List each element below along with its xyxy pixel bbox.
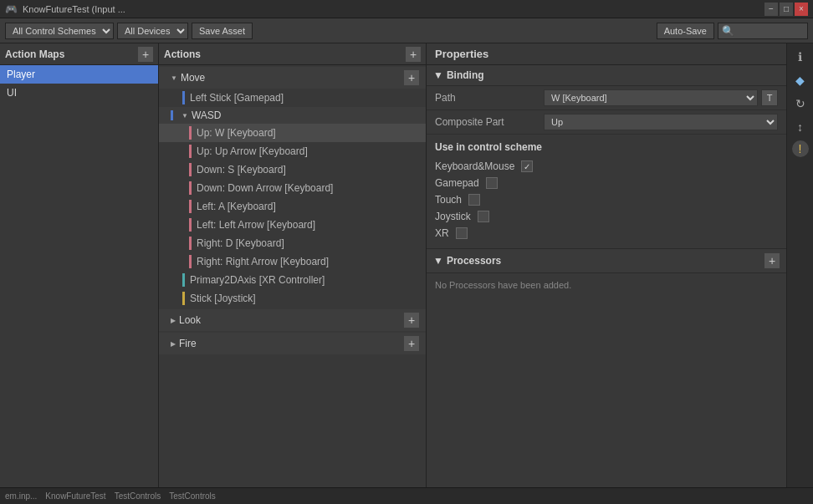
action-maps-title: Action Maps	[5, 48, 64, 60]
bottom-item-3: TestControls	[115, 491, 161, 501]
maximize-button[interactable]: □	[780, 3, 793, 16]
bottom-bar: em.inp... KnowFutureTest TestControls Te…	[0, 487, 813, 504]
bottom-item-4: TestControls	[169, 491, 216, 501]
warning-icon[interactable]: !	[792, 140, 809, 157]
binding-primary2daxis[interactable]: Primary2DAxis [XR Controller]	[159, 271, 426, 289]
add-processor-button[interactable]: +	[764, 253, 780, 268]
composite-part-select[interactable]: Up	[544, 114, 778, 130]
path-select[interactable]: W [Keyboard]	[544, 89, 758, 106]
close-button[interactable]: ×	[795, 3, 808, 16]
use-control-scheme-section: Use in control scheme Keyboard&Mouse ✓ G…	[427, 135, 786, 248]
actions-header: Actions +	[159, 43, 426, 65]
scheme-touch-checkbox[interactable]	[468, 194, 480, 206]
blue-bar	[182, 91, 185, 104]
right-arrow-label: Right: Right Arrow [Keyboard]	[197, 256, 329, 267]
path-row: Path W [Keyboard] T	[427, 86, 786, 110]
composite-part-row: Composite Part Up	[427, 110, 786, 135]
wasd-group-header[interactable]: ▼ WASD	[159, 107, 426, 124]
binding-section-header: ▼ Binding	[427, 65, 786, 86]
binding-down-arrow[interactable]: Down: Down Arrow [Keyboard]	[159, 179, 426, 197]
add-action-map-button[interactable]: +	[138, 47, 153, 62]
actions-title: Actions	[164, 48, 201, 60]
path-value: W [Keyboard] T	[544, 89, 778, 106]
path-label: Path	[435, 92, 544, 104]
action-map-item-player[interactable]: Player	[0, 65, 158, 84]
primary2daxis-label: Primary2DAxis [XR Controller]	[190, 274, 325, 286]
left-a-label: Left: A [Keyboard]	[197, 201, 276, 212]
teal-bar	[182, 273, 185, 287]
devices-select[interactable]: All Devices	[117, 23, 188, 39]
bottom-item-1: em.inp...	[5, 491, 37, 501]
binding-up-arrow[interactable]: Up: Up Arrow [Keyboard]	[159, 142, 426, 160]
add-action-button[interactable]: +	[406, 47, 421, 62]
binding-right-arrow[interactable]: Right: Right Arrow [Keyboard]	[159, 252, 426, 271]
minimize-button[interactable]: −	[764, 3, 778, 16]
use-control-scheme-title: Use in control scheme	[435, 141, 778, 153]
title-bar: 🎮 KnowFutureTest (Input ... − □ ×	[0, 0, 813, 18]
pink-bar-7	[189, 237, 192, 250]
add-move-button[interactable]: +	[404, 70, 419, 85]
binding-stick-joystick[interactable]: Stick [Joystick]	[159, 289, 426, 308]
scheme-gamepad-label: Gamepad	[435, 177, 479, 189]
auto-save-button[interactable]: Auto-Save	[657, 23, 714, 39]
path-T-button[interactable]: T	[761, 89, 778, 106]
binding-left-stick[interactable]: Left Stick [Gamepad]	[159, 89, 426, 107]
action-group-look[interactable]: ▶ Look +	[159, 309, 426, 331]
stick-joystick-label: Stick [Joystick]	[190, 293, 256, 304]
composite-part-label: Composite Part	[435, 116, 544, 128]
processors-triangle-icon: ▼	[433, 255, 443, 267]
binding-up-w[interactable]: Up: W [Keyboard]	[159, 124, 426, 142]
search-box: 🔍	[718, 23, 808, 39]
control-schemes-select[interactable]: All Control Schemes	[5, 23, 114, 39]
binding-title: Binding	[447, 69, 484, 81]
scheme-gamepad-checkbox[interactable]	[486, 177, 498, 189]
action-group-fire[interactable]: ▶ Fire +	[159, 333, 426, 354]
pink-bar-5	[189, 200, 192, 213]
processors-section-header: ▼ Processors +	[427, 248, 786, 273]
save-asset-button[interactable]: Save Asset	[192, 23, 253, 39]
binding-right-d[interactable]: Right: D [Keyboard]	[159, 234, 426, 252]
right-d-label: Right: D [Keyboard]	[197, 237, 284, 249]
up-w-label: Up: W [Keyboard]	[197, 127, 276, 139]
binding-down-s[interactable]: Down: S [Keyboard]	[159, 160, 426, 179]
binding-left-a[interactable]: Left: A [Keyboard]	[159, 197, 426, 216]
search-input[interactable]	[737, 26, 804, 36]
down-arrow-label: Down: Down Arrow [Keyboard]	[197, 182, 333, 194]
scheme-joystick: Joystick	[435, 208, 778, 225]
action-group-move[interactable]: ▼ Move +	[159, 67, 426, 89]
inspector-icon[interactable]: ℹ	[790, 47, 810, 67]
pink-bar-6	[189, 218, 192, 232]
move-label: Move	[181, 72, 205, 84]
scheme-xr-checkbox[interactable]	[456, 227, 468, 239]
scheme-touch-label: Touch	[435, 194, 462, 206]
scheme-xr-label: XR	[435, 227, 449, 239]
scheme-xr: XR	[435, 225, 778, 242]
look-label: Look	[179, 314, 201, 326]
window-title: KnowFutureTest (Input ...	[23, 4, 125, 14]
add-look-button[interactable]: +	[404, 313, 419, 328]
composite-part-value: Up	[544, 114, 778, 130]
main-content: Action Maps + Player UI Actions + ▼ Move…	[0, 43, 813, 487]
bottom-item-2: KnowFutureTest	[45, 491, 105, 501]
app-icon: 🎮	[5, 3, 18, 15]
scheme-joystick-checkbox[interactable]	[478, 211, 489, 222]
pink-bar-1	[189, 126, 192, 140]
wasd-triangle-icon: ▼	[182, 112, 188, 120]
action-maps-header: Action Maps +	[0, 43, 158, 65]
checkmark-icon: ✓	[524, 162, 530, 171]
up-arrow-label: Up: Up Arrow [Keyboard]	[197, 145, 308, 157]
fire-triangle-icon: ▶	[171, 340, 176, 348]
binding-left-arrow[interactable]: Left: Left Arrow [Keyboard]	[159, 216, 426, 234]
move-triangle-icon: ▼	[171, 74, 177, 82]
scale-icon[interactable]: ↕	[790, 117, 810, 137]
add-fire-button[interactable]: +	[404, 336, 419, 351]
transform-icon[interactable]: ↻	[790, 94, 810, 114]
pink-bar-3	[189, 163, 192, 176]
look-triangle-icon: ▶	[171, 317, 176, 324]
toolbar: All Control Schemes All Devices Save Ass…	[0, 18, 813, 43]
hierarchy-icon[interactable]: ◆	[790, 70, 810, 90]
action-map-item-ui[interactable]: UI	[0, 84, 158, 102]
binding-triangle-icon: ▼	[433, 69, 443, 81]
down-s-label: Down: S [Keyboard]	[197, 164, 286, 176]
scheme-keyboard-mouse-checkbox[interactable]: ✓	[521, 160, 533, 172]
